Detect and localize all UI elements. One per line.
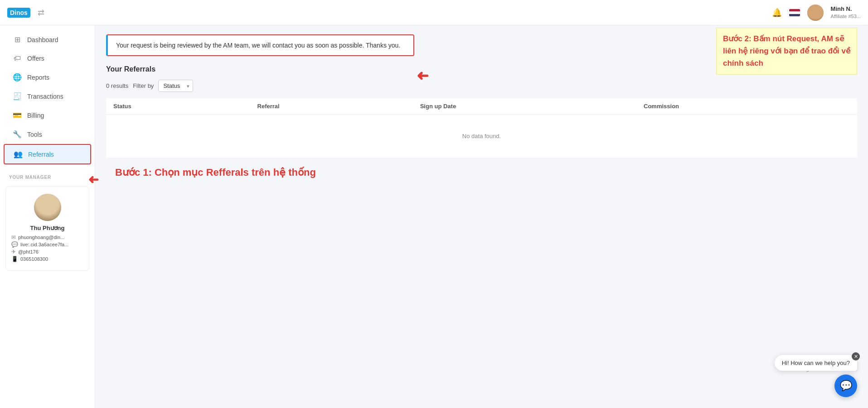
results-count: 0 results [106, 82, 128, 89]
col-status: Status [106, 98, 250, 115]
sidebar-item-label: Offers [27, 55, 44, 62]
notification-text: Your request is being reviewed by the AM… [116, 42, 400, 49]
sidebar-item-label: Billing [27, 112, 44, 119]
sidebar-item-dashboard[interactable]: ⊞ Dashboard [4, 30, 91, 49]
filter-row: 0 results Filter by Status [106, 80, 857, 92]
receipt-icon: 🧾 [13, 92, 22, 101]
sidebar-item-label: Reports [27, 74, 49, 81]
notification-box: Your request is being reviewed by the AM… [106, 34, 414, 56]
sidebar-item-label: Transactions [27, 93, 63, 100]
col-referral: Referral [250, 98, 413, 115]
step2-annotation: Bước 2: Bấm nút Request, AM sẽ liên hệ r… [716, 28, 857, 75]
telegram-icon: ✈ [11, 249, 16, 255]
referrals-icon: 👥 [14, 150, 23, 158]
manager-email: ✉ phuonghoang@din... [11, 234, 83, 240]
chat-open-button[interactable]: 💬 [834, 374, 857, 397]
sidebar: ⊞ Dashboard 🏷 Offers 🌐 Reports 🧾 Transac… [0, 25, 95, 408]
us-flag-icon[interactable] [789, 9, 800, 16]
tag-icon: 🏷 [13, 54, 22, 62]
sidebar-item-billing[interactable]: 💳 Billing [4, 106, 91, 125]
col-signup-date: Sign up Date [413, 98, 636, 115]
sidebar-item-tools[interactable]: 🔧 Tools [4, 125, 91, 144]
sidebar-nav: ⊞ Dashboard 🏷 Offers 🌐 Reports 🧾 Transac… [0, 25, 95, 169]
arrow-step2: ➜ [417, 67, 429, 84]
arrow-step1: ➜ [89, 172, 99, 187]
manager-avatar [34, 194, 61, 221]
header-left: Dinos ⇄ [0, 6, 95, 19]
main-layout: ⊞ Dashboard 🏷 Offers 🌐 Reports 🧾 Transac… [0, 25, 868, 408]
avatar[interactable] [807, 5, 824, 21]
user-name: Minh N. [831, 5, 861, 13]
credit-card-icon: 💳 [13, 111, 22, 120]
bell-icon[interactable]: 🔔 [772, 8, 782, 18]
chat-close-button[interactable]: ✕ [852, 352, 860, 360]
manager-card: Thu Phương ✉ phuonghoang@din... 💬 live:.… [5, 186, 89, 271]
chat-widget: Hi! How can we help you? ✕ 💬 [775, 355, 857, 397]
messenger-icon: 💬 [840, 380, 852, 392]
user-role: Affiliate #53... [831, 13, 861, 19]
table-row: No data found. [106, 115, 857, 158]
content-wrapper: Bước 2: Bấm nút Request, AM sẽ liên hệ r… [106, 34, 857, 158]
manager-name: Thu Phương [11, 225, 83, 231]
logo-box: Dinos [7, 8, 30, 18]
top-header: Dinos ⇄ 🔔 Minh N. Affiliate #53... [0, 0, 868, 25]
manager-avatar-image [34, 194, 61, 221]
user-info: Minh N. Affiliate #53... [831, 5, 861, 19]
chat-bubble-wrapper: Hi! How can we help you? ✕ [775, 355, 857, 371]
sidebar-item-label: Referrals [28, 151, 54, 158]
sidebar-item-offers[interactable]: 🏷 Offers [4, 49, 91, 67]
manager-phone: 📱 0365108300 [11, 256, 83, 262]
sidebar-item-label: Dashboard [27, 36, 58, 43]
filter-label: Filter by [133, 82, 154, 89]
chat-bubble: Hi! How can we help you? [775, 355, 857, 371]
grid-icon: ⊞ [13, 35, 22, 44]
step1-annotation: Bước 1: Chọn mục Refferals trên hệ thống [106, 167, 857, 178]
referrals-table: Status Referral Sign up Date Commission … [106, 98, 857, 158]
manager-skype: 💬 live:.cid.3a6acee7fa... [11, 241, 83, 248]
manager-section-label: YOUR MANAGER [0, 169, 95, 182]
status-filter-wrapper[interactable]: Status [158, 80, 193, 92]
globe-icon: 🌐 [13, 73, 22, 82]
wrench-icon: 🔧 [13, 130, 22, 139]
header-right: 🔔 Minh N. Affiliate #53... [772, 5, 861, 21]
sidebar-item-referrals[interactable]: 👥 Referrals [4, 144, 91, 164]
no-data-text: No data found. [106, 115, 857, 158]
col-commission: Commission [636, 98, 857, 115]
step1-area: Bước 1: Chọn mục Refferals trên hệ thống [106, 167, 857, 178]
phone-icon: 📱 [11, 256, 18, 262]
logo[interactable]: Dinos [7, 8, 30, 18]
sidebar-item-label: Tools [27, 131, 42, 138]
skype-icon: 💬 [11, 241, 18, 248]
email-icon: ✉ [11, 234, 16, 240]
manager-telegram: ✈ @pht176 [11, 249, 83, 255]
collapse-sidebar-button[interactable]: ⇄ [36, 6, 46, 19]
sidebar-item-reports[interactable]: 🌐 Reports [4, 68, 91, 86]
status-filter-select[interactable]: Status [158, 80, 193, 92]
main-content: Bước 2: Bấm nút Request, AM sẽ liên hệ r… [95, 25, 868, 408]
sidebar-item-transactions[interactable]: 🧾 Transactions [4, 87, 91, 106]
